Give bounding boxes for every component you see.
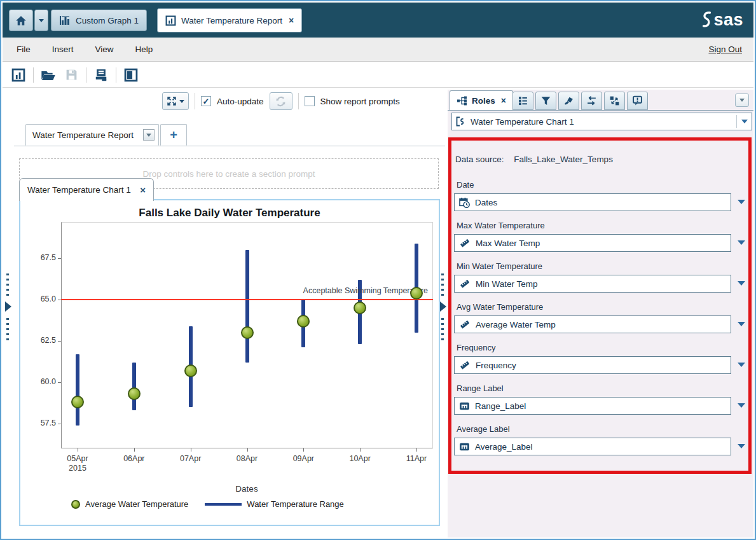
legend-label: Average Water Temperature (85, 499, 188, 509)
report-controls: ✓ Auto-update Show report prompts (162, 92, 400, 111)
dropdown-icon[interactable] (738, 444, 745, 448)
export-pdf-button[interactable] (93, 67, 109, 83)
close-icon[interactable]: × (140, 184, 146, 195)
chevron-down-icon (739, 99, 745, 102)
show-panel-button[interactable] (123, 67, 139, 83)
role-field-avg[interactable]: Average Water Temp (454, 315, 731, 333)
average-marker[interactable] (128, 387, 141, 400)
reference-line (61, 299, 433, 300)
add-section-button[interactable]: + (160, 124, 187, 146)
menu-view[interactable]: View (95, 45, 114, 54)
maximize-button[interactable] (162, 92, 189, 110)
object-selector-combobox[interactable]: Water Temperature Chart 1 (451, 113, 752, 130)
toolbar-separator (33, 67, 34, 83)
home-button[interactable] (9, 10, 33, 31)
role-field-value: Average Water Temp (476, 320, 556, 329)
report-icon (11, 68, 25, 82)
role-label-range-label: Range Label (457, 384, 504, 393)
y-tick-mark (58, 341, 61, 342)
section-menu-button[interactable] (143, 129, 155, 141)
home-menu-button[interactable] (34, 10, 48, 31)
tabstrip-underline (14, 146, 445, 146)
tab-filters[interactable] (535, 92, 556, 110)
left-panel-splitter[interactable] (3, 273, 12, 347)
splitter-grip[interactable] (441, 273, 444, 298)
separator (195, 93, 195, 109)
role-label-date: Date (457, 180, 474, 190)
menu-help[interactable]: Help (135, 45, 153, 54)
close-icon[interactable]: × (289, 15, 294, 25)
range-bar[interactable] (76, 354, 79, 426)
splitter-grip[interactable] (441, 318, 444, 342)
average-marker[interactable] (241, 326, 254, 339)
category-icon (459, 441, 470, 452)
tab-custom-graph[interactable]: Custom Graph 1 (51, 10, 147, 31)
dropdown-icon[interactable] (738, 240, 745, 245)
water-temperature-chart[interactable]: Falls Lake Daily Water Temperature Dates… (19, 199, 440, 526)
category-icon (459, 401, 470, 412)
panel-tab-bar: Roles × (448, 90, 753, 111)
show-report-prompts-checkbox[interactable] (305, 96, 315, 106)
x-tick-mark (78, 448, 78, 452)
role-field-min[interactable]: Min Water Temp (454, 275, 731, 293)
expand-right-icon[interactable] (440, 301, 446, 312)
role-field-max[interactable]: Max Water Temp (454, 234, 731, 252)
x-tick-label: 10Apr (333, 454, 387, 464)
auto-update-checkbox[interactable]: ✓ (201, 96, 211, 106)
close-icon[interactable]: × (501, 95, 506, 106)
dropdown-icon[interactable] (738, 200, 745, 204)
tab-roles[interactable]: Roles × (450, 90, 513, 110)
average-marker[interactable] (410, 287, 423, 300)
object-selector-value: Water Temperature Chart 1 (471, 117, 574, 127)
tab-comments[interactable] (627, 92, 648, 110)
x-tick-label: 05Apr2015 (51, 454, 104, 473)
expand-right-icon[interactable] (5, 301, 11, 312)
right-side-panel: Roles × (448, 90, 753, 537)
panel-overflow-button[interactable] (735, 93, 749, 107)
home-icon (15, 15, 27, 26)
refresh-button[interactable] (270, 92, 292, 110)
logo-text: sas (713, 9, 743, 31)
splitter-grip[interactable] (6, 318, 9, 342)
roles-icon (457, 96, 467, 106)
tab-properties[interactable] (512, 92, 533, 110)
open-button[interactable] (40, 67, 57, 83)
role-field-average-label[interactable]: Average_Label (454, 438, 731, 455)
data-source-value: Falls_Lake_Water_Temps (514, 155, 613, 164)
splitter-grip[interactable] (6, 273, 9, 298)
toolbar-separator (116, 67, 116, 83)
role-field-date[interactable]: Dates (454, 193, 731, 211)
sign-out-link[interactable]: Sign Out (708, 45, 742, 54)
dropdown-icon[interactable] (738, 363, 745, 367)
menu-file[interactable]: File (17, 45, 31, 54)
chart-object-tab[interactable]: Water Temperature Chart 1 × (19, 178, 154, 201)
tab-water-temperature-report[interactable]: Water Temperature Report × (157, 8, 302, 32)
dropdown-icon[interactable] (738, 281, 745, 286)
bar-chart-icon (59, 15, 71, 25)
dropdown-icon[interactable] (738, 322, 745, 326)
report-section-tab[interactable]: Water Temperature Report (25, 124, 159, 146)
save-button[interactable] (63, 67, 79, 83)
data-source-label: Data source: (455, 155, 504, 164)
interactions-icon (609, 95, 620, 106)
application-window: Custom Graph 1 Water Temperature Report … (0, 0, 756, 540)
chevron-down-icon (179, 100, 184, 103)
tab-styles[interactable] (558, 92, 579, 110)
role-field-range-label[interactable]: Range_Label (454, 397, 731, 415)
x-tick-mark (303, 448, 304, 452)
dropdown-icon (741, 120, 748, 123)
dropdown-icon[interactable] (738, 403, 745, 408)
role-field-frequency[interactable]: Frequency (454, 356, 731, 374)
new-report-button[interactable] (10, 67, 27, 83)
y-tick-mark (58, 424, 61, 424)
range-bar[interactable] (132, 363, 136, 410)
chart-legend: Average Water Temperature Water Temperat… (71, 499, 344, 509)
range-bar[interactable] (245, 250, 249, 363)
menu-insert[interactable]: Insert (52, 45, 74, 54)
tab-interactions[interactable] (604, 92, 625, 110)
average-marker[interactable] (184, 364, 197, 377)
role-label-average-label: Average Label (457, 424, 510, 434)
tab-ranks[interactable] (581, 92, 602, 110)
legend-line-marker (205, 503, 242, 506)
x-tick-label: 11Apr (390, 454, 443, 464)
